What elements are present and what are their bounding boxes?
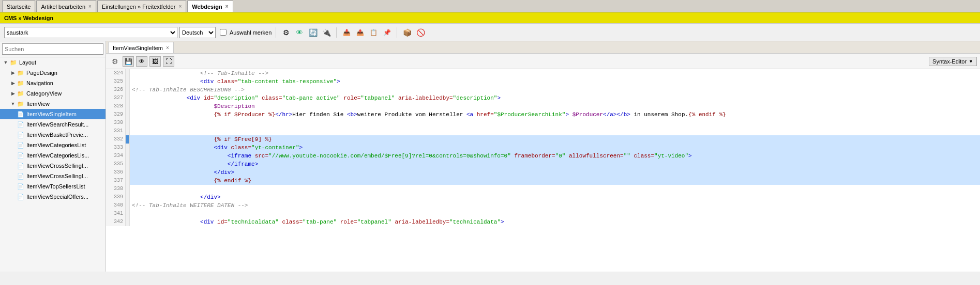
line-content-339: </div> <box>130 193 980 201</box>
line-num-333: 333 <box>106 144 126 152</box>
tree-item-layout[interactable]: ▼ 📁 Layout <box>0 57 105 68</box>
search-box <box>0 41 105 57</box>
file-icon-itemviewcategorieslist: 📄 <box>17 141 25 149</box>
line-marker-333 <box>126 144 130 152</box>
tree-item-itemviewtopsellerlist[interactable]: 📄 ItemViewTopSellersList <box>0 181 105 192</box>
code-line-332: 332 {% if $Free[9] %} <box>106 135 980 144</box>
code-line-342: 342 <div id="technicaldata" class="tab-p… <box>106 218 980 226</box>
tree-item-itemviewcategorieslis2[interactable]: 📄 ItemViewCategoriesLis... <box>0 150 105 161</box>
line-marker-329 <box>126 110 130 119</box>
line-num-326: 326 <box>106 86 126 94</box>
paste-icon-toolbar[interactable]: 📌 <box>381 27 393 38</box>
line-content-324: <!-- Tab-Inhalte --> <box>130 69 980 77</box>
tree-item-itemview[interactable]: ▼ 📁 ItemView <box>0 99 105 109</box>
tree-item-itemviewcrosssellingi2[interactable]: 📄 ItemViewCrossSellingI... <box>0 171 105 181</box>
site-select[interactable]: saustark <box>4 27 177 38</box>
editor-tab-label: ItemViewSingleItem <box>113 45 163 51</box>
tree-item-itemviewspecialoffers[interactable]: 📄 ItemViewSpecialOffers... <box>0 192 105 202</box>
tab-einstellungen-close[interactable]: × <box>178 4 182 9</box>
toolbar-separator-2 <box>336 27 337 38</box>
left-panel: ▼ 📁 Layout ▶ 📁 PageDesign ▶ 📁 Navigation… <box>0 41 106 272</box>
line-marker-334 <box>126 152 130 160</box>
tree-label-itemviewspecialoffers: ItemViewSpecialOffers... <box>26 194 88 200</box>
line-marker-330 <box>126 119 130 127</box>
layout-btn[interactable]: 🖼 <box>149 56 161 67</box>
import-icon-toolbar[interactable]: 📥 <box>341 27 352 38</box>
code-line-337: 337 {% endif %} <box>106 177 980 185</box>
refresh-icon-toolbar[interactable]: 🔄 <box>307 27 319 38</box>
save-btn[interactable]: 💾 <box>123 56 134 67</box>
line-content-333: <div class="yt-container"> <box>130 144 980 152</box>
editor-toolbar-right: Syntax-Editor ▼ <box>929 57 977 66</box>
tree-label-itemviewsearchresult: ItemViewSearchResult... <box>26 121 88 128</box>
delete-icon-toolbar[interactable]: 🚫 <box>415 27 426 38</box>
line-num-336: 336 <box>106 168 126 177</box>
line-num-329: 329 <box>106 110 126 119</box>
file-icon-itemviewcrosssellingi2: 📄 <box>17 172 25 180</box>
lang-select[interactable]: Deutsch English <box>179 27 216 38</box>
code-line-336: 336 </div> <box>106 168 980 177</box>
tab-artikel-label: Artikel bearbeiten <box>41 4 85 10</box>
line-num-339: 339 <box>106 193 126 201</box>
tree-item-navigation[interactable]: ▶ 📁 Navigation <box>0 78 105 88</box>
line-content-326: <!-- Tab-Inhalte BESCHREIBUNG --> <box>130 86 980 94</box>
line-content-342: <div id="technicaldata" class="tab-pane"… <box>130 218 980 226</box>
tab-einstellungen[interactable]: Einstellungen » Freitextfelder × <box>97 1 186 12</box>
line-marker-338 <box>126 185 130 193</box>
tree-toggle-categoryview[interactable]: ▶ <box>9 90 17 97</box>
tree-toggle-itemview[interactable]: ▼ <box>9 100 17 107</box>
tree-item-itemviewcrosssellingi[interactable]: 📄 ItemViewCrossSellingI... <box>0 161 105 171</box>
syntax-editor-button[interactable]: Syntax-Editor ▼ <box>929 57 977 66</box>
editor-toolbar: ⚙ 💾 👁 🖼 ⛶ Syntax-Editor ▼ <box>106 54 980 69</box>
editor-tab-close[interactable]: × <box>166 45 169 51</box>
search-input[interactable] <box>2 43 103 55</box>
code-line-327: 327 <div id="description" class="tab-pan… <box>106 94 980 102</box>
tree-item-itemviewbasketpreview[interactable]: 📄 ItemViewBasketPrevie... <box>0 130 105 140</box>
plugin-icon-toolbar[interactable]: 🔌 <box>321 27 332 38</box>
tree-toggle-pagedesign[interactable]: ▶ <box>9 69 17 76</box>
tab-artikel[interactable]: Artikel bearbeiten × <box>36 1 96 12</box>
tree-item-categoryview[interactable]: ▶ 📁 CategoryView <box>0 88 105 99</box>
tree-label-itemviewsingleitem: ItemViewSingleItem <box>26 111 77 117</box>
tab-webdesign[interactable]: Webdesign × <box>187 1 233 12</box>
eye-icon-toolbar[interactable]: 👁 <box>294 27 305 38</box>
tree-item-itemviewsingleitem[interactable]: 📄 ItemViewSingleItem <box>0 109 105 119</box>
tree-item-itemviewsearchresult[interactable]: 📄 ItemViewSearchResult... <box>0 119 105 130</box>
line-content-338 <box>130 185 980 193</box>
code-line-338: 338 <box>106 185 980 193</box>
tab-startseite[interactable]: Startseite <box>2 1 35 12</box>
export-icon-toolbar[interactable]: 📤 <box>354 27 366 38</box>
line-num-327: 327 <box>106 94 126 102</box>
line-num-324: 324 <box>106 69 126 77</box>
auswahl-merken-checkbox[interactable] <box>220 29 227 36</box>
tree-label-categoryview: CategoryView <box>26 90 62 97</box>
tree-toggle-navigation[interactable]: ▶ <box>9 80 17 87</box>
line-marker-328 <box>126 102 130 110</box>
line-content-335: </iframe> <box>130 160 980 168</box>
tab-artikel-close[interactable]: × <box>88 4 92 9</box>
preview-btn[interactable]: 👁 <box>136 56 147 67</box>
dropbox-icon-toolbar[interactable]: 📦 <box>401 27 413 38</box>
line-marker-341 <box>126 210 130 218</box>
line-content-329: {% if $Producer %}</hr>Hier finden Sie <… <box>130 110 980 119</box>
line-num-337: 337 <box>106 177 126 185</box>
main-toolbar: saustark Deutsch English Auswahl merken … <box>0 24 980 41</box>
line-marker-326 <box>126 86 130 94</box>
tab-webdesign-close[interactable]: × <box>225 4 229 9</box>
tree-item-pagedesign[interactable]: ▶ 📁 PageDesign <box>0 68 105 78</box>
editor-tab-itemviewsingleitem[interactable]: ItemViewSingleItem × <box>108 42 174 53</box>
line-marker-336 <box>126 168 130 177</box>
copy-icon-toolbar[interactable]: 📋 <box>368 27 379 38</box>
line-content-340: <!-- Tab-Inhalte WEITERE DATEN --> <box>130 201 980 210</box>
tree-item-itemviewcategorieslist[interactable]: 📄 ItemViewCategoriesList <box>0 140 105 150</box>
tree-label-itemviewbasketpreview: ItemViewBasketPrevie... <box>26 132 88 138</box>
line-num-325: 325 <box>106 77 126 86</box>
editor-settings-icon[interactable]: ⚙ <box>109 56 120 67</box>
code-line-329: 329 {% if $Producer %}</hr>Hier finden S… <box>106 110 980 119</box>
tree-toggle-layout[interactable]: ▼ <box>2 59 9 66</box>
settings-icon-toolbar[interactable]: ⚙ <box>280 27 292 38</box>
code-editor[interactable]: 324 <!-- Tab-Inhalte --> 325 <div class=… <box>106 69 980 272</box>
toolbar-separator-1 <box>276 27 276 38</box>
fullscreen-btn[interactable]: ⛶ <box>163 56 174 67</box>
code-line-331: 331 <box>106 127 980 135</box>
